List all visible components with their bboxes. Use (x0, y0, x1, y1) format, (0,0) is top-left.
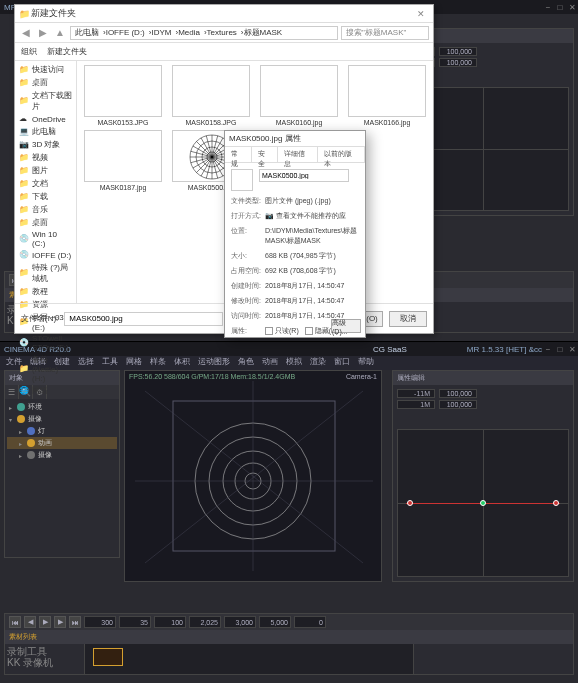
sidebar-item[interactable]: 📁图片 (15, 164, 76, 177)
filename-input[interactable] (64, 312, 223, 326)
graph-field[interactable]: 100,000 (439, 389, 477, 398)
file-thumbnail[interactable]: MASK0160.jpg (257, 65, 341, 126)
caret-icon[interactable]: ▸ (19, 452, 27, 459)
nav-up-icon[interactable]: ▲ (53, 26, 67, 40)
sidebar-item[interactable]: 💿IOFFE (D:) (15, 249, 76, 261)
folder-icon: 📁 (19, 364, 29, 374)
graph-field[interactable]: 100,000 (439, 400, 477, 409)
advanced-button[interactable]: 高级(D)... (331, 319, 361, 333)
nav-fwd-icon[interactable]: ▶ (36, 26, 50, 40)
tab-security[interactable]: 安全 (252, 147, 279, 162)
caret-icon[interactable]: ▾ (9, 416, 17, 423)
sidebar-item[interactable]: 📁下载 (15, 190, 76, 203)
sidebar-item[interactable]: 📁特殊 (?)局域机 (15, 261, 76, 285)
caret-icon[interactable]: ▸ (19, 440, 27, 447)
stepback-button[interactable]: ◀ (24, 616, 36, 628)
sidebar-item[interactable]: 💿STOwell STOw (F:) (15, 333, 76, 353)
menu-item[interactable]: 样条 (150, 356, 166, 370)
close-icon[interactable]: ✕ (566, 1, 578, 13)
menu-item[interactable]: 渲染 (310, 356, 326, 370)
file-label: MASK0166.jpg (364, 119, 411, 126)
current-frame[interactable]: 0 (294, 616, 326, 628)
maximize-icon[interactable]: □ (554, 1, 566, 13)
menu-item[interactable]: 工具 (102, 356, 118, 370)
graph-field[interactable]: 100,000 (439, 58, 477, 67)
file-thumbnail[interactable]: MASK0153.JPG (81, 65, 165, 126)
sidebar-item[interactable]: 📁教程 (15, 285, 76, 298)
rewind-button[interactable]: ⏮ (9, 616, 21, 628)
tree-item[interactable]: ▸环境 (7, 401, 117, 413)
tree-item[interactable]: ▸动画 (7, 437, 117, 449)
play-button[interactable]: ▶ (39, 616, 51, 628)
viewport[interactable]: FPS:56.20 588/604 G/PM:17/18 Mem:18.5/1/… (124, 370, 382, 582)
menu-item[interactable]: 窗口 (334, 356, 350, 370)
timeline: ⏮ ◀ ▶ ▶ ⏭ 300 35 100 2,025 3,000 5,000 0… (4, 613, 574, 675)
newfolder-button[interactable]: 新建文件夹 (47, 46, 87, 57)
menu-item[interactable]: 网格 (126, 356, 142, 370)
sidebar-item[interactable]: 📁快速访问 (15, 63, 76, 76)
file-thumbnail[interactable]: MASK0158.JPG (169, 65, 253, 126)
menu-item[interactable]: 模拟 (286, 356, 302, 370)
timeline-field[interactable]: 35 (119, 616, 151, 628)
minimize-icon[interactable]: − (542, 343, 554, 355)
sidebar-item[interactable]: 🌐网络 (15, 384, 76, 397)
timeline-field[interactable]: 2,025 (189, 616, 221, 628)
graph-field[interactable]: 1M (397, 400, 435, 409)
close-icon[interactable]: ✕ (566, 343, 578, 355)
tab-general[interactable]: 常规 (225, 147, 252, 162)
file-thumbnail[interactable]: MASK0166.jpg (345, 65, 429, 126)
maximize-icon[interactable]: □ (554, 343, 566, 355)
readonly-checkbox[interactable]: 只读(R) (265, 326, 299, 336)
sidebar-item[interactable]: 📁音乐 (15, 203, 76, 216)
stepfwd-button[interactable]: ▶ (54, 616, 66, 628)
graph-key[interactable] (553, 500, 559, 506)
menu-item[interactable]: 选择 (78, 356, 94, 370)
sidebar-item[interactable]: 📁备份 (Nettle) (H:) (15, 353, 76, 384)
dialog-filename[interactable] (259, 169, 349, 182)
graph-key[interactable] (407, 500, 413, 506)
tab-details[interactable]: 详细信息 (278, 147, 318, 162)
breadcrumb[interactable]: 此电脑› IOFFE (D:)› IDYM› Media› Textures› … (70, 26, 338, 40)
caret-icon[interactable]: ▸ (19, 428, 27, 435)
sidebar-item[interactable]: 💿Win 10 (C:) (15, 229, 76, 249)
sidebar-item[interactable]: 📷3D 对象 (15, 138, 76, 151)
tree-item[interactable]: ▸灯 (7, 425, 117, 437)
sidebar-item[interactable]: 💻此电脑 (15, 125, 76, 138)
prop-key: 位置: (231, 226, 265, 246)
sidebar-item[interactable]: 📁桌面 (15, 76, 76, 89)
caret-icon[interactable]: ▸ (9, 404, 17, 411)
menu-item[interactable]: 运动图形 (198, 356, 230, 370)
close-icon[interactable]: ✕ (417, 9, 427, 19)
menu-item[interactable]: 体积 (174, 356, 190, 370)
graph-plot[interactable] (397, 429, 569, 577)
timeline-field[interactable]: 300 (84, 616, 116, 628)
prop-key: 文件类型: (231, 196, 265, 206)
minimize-icon[interactable]: − (542, 1, 554, 13)
menu-item[interactable]: 角色 (238, 356, 254, 370)
sidebar-item[interactable]: 📁视频 (15, 151, 76, 164)
tab-prev[interactable]: 以前的版本 (318, 147, 365, 162)
cancel-button[interactable]: 取消 (389, 311, 427, 327)
explorer-titlebar: 📁 新建文件夹 ✕ (15, 5, 433, 23)
menu-item[interactable]: 动画 (262, 356, 278, 370)
graph-field[interactable]: 100,000 (439, 47, 477, 56)
tree-item[interactable]: ▾摄像 (7, 413, 117, 425)
sidebar-item[interactable]: 📁文档下载图片 (15, 89, 76, 113)
graph-key[interactable] (480, 500, 486, 506)
organize-button[interactable]: 组织 (21, 46, 37, 57)
timeline-field[interactable]: 3,000 (224, 616, 256, 628)
sidebar-item[interactable]: 📁桌面 (15, 216, 76, 229)
nav-back-icon[interactable]: ◀ (19, 26, 33, 40)
sidebar-item[interactable]: ☁OneDrive (15, 113, 76, 125)
end-button[interactable]: ⏭ (69, 616, 81, 628)
explorer-search[interactable]: 搜索"标题MASK" (341, 26, 429, 40)
timeline-clip[interactable] (93, 648, 123, 666)
timeline-field[interactable]: 5,000 (259, 616, 291, 628)
timeline-field[interactable]: 100 (154, 616, 186, 628)
sidebar-item[interactable]: 📁文档 (15, 177, 76, 190)
menu-item[interactable]: 帮助 (358, 356, 374, 370)
file-thumbnail[interactable]: MASK0187.jpg (81, 130, 165, 191)
graph-field[interactable]: -11M (397, 389, 435, 398)
timeline-track[interactable] (85, 644, 413, 674)
tree-item[interactable]: ▸摄像 (7, 449, 117, 461)
